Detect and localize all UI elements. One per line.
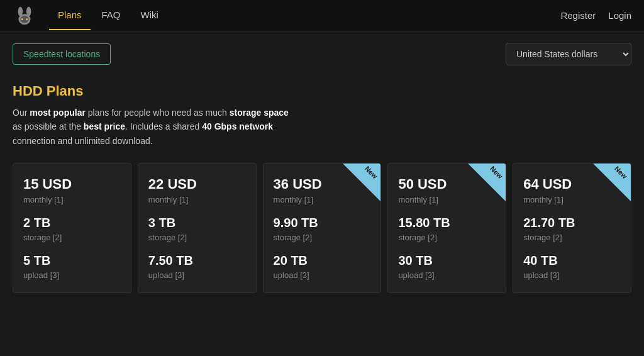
- plan-upload-value: 30 TB: [398, 253, 496, 268]
- plan-upload-label: upload [3]: [398, 270, 496, 280]
- register-link[interactable]: Register: [560, 10, 596, 21]
- plan-storage-value: 2 TB: [23, 216, 121, 230]
- plan-card[interactable]: New 50 USD monthly [1] 15.80 TB storage …: [387, 163, 506, 293]
- toolbar: Speedtest locations United States dollar…: [0, 31, 644, 77]
- plan-storage-label: storage [2]: [23, 233, 121, 242]
- plan-upload-value: 7.50 TB: [148, 253, 246, 268]
- plan-card[interactable]: New 36 USD monthly [1] 9.90 TB storage […: [263, 163, 382, 293]
- svg-point-2: [26, 6, 31, 16]
- plan-upload-label: upload [3]: [523, 270, 621, 280]
- speedtest-button[interactable]: Speedtest locations: [13, 43, 111, 65]
- currency-select[interactable]: United States dollarsEurosBritish pounds: [506, 43, 631, 65]
- login-link[interactable]: Login: [608, 10, 631, 21]
- main-content: HDD Plans Our most popular plans for peo…: [0, 77, 644, 306]
- plan-storage-value: 9.90 TB: [274, 216, 371, 230]
- plan-storage-label: storage [2]: [148, 233, 246, 242]
- plan-price: 15 USD: [23, 176, 121, 192]
- plan-period: monthly [1]: [148, 195, 246, 204]
- new-ribbon: [343, 164, 380, 201]
- svg-point-1: [18, 6, 23, 16]
- plan-storage-value: 3 TB: [148, 216, 246, 230]
- nav-links: Plans FAQ Wiki: [49, 1, 560, 30]
- plan-upload-label: upload [3]: [148, 270, 246, 280]
- plan-upload-value: 40 TB: [523, 253, 621, 268]
- plan-storage-label: storage [2]: [398, 233, 496, 242]
- plan-upload-value: 5 TB: [23, 253, 121, 268]
- plan-upload-value: 20 TB: [274, 253, 371, 268]
- nav-wiki[interactable]: Wiki: [132, 1, 167, 30]
- new-ribbon: [593, 164, 631, 201]
- plan-storage-label: storage [2]: [523, 233, 621, 242]
- plan-card[interactable]: 15 USD monthly [1] 2 TB storage [2] 5 TB…: [13, 163, 131, 293]
- plan-upload-label: upload [3]: [274, 270, 371, 280]
- nav-faq[interactable]: FAQ: [93, 1, 130, 30]
- plan-card[interactable]: New 64 USD monthly [1] 21.70 TB storage …: [513, 163, 631, 293]
- plan-price: 22 USD: [148, 176, 246, 192]
- plan-storage-value: 21.70 TB: [523, 216, 621, 230]
- nav-auth: Register Login: [560, 10, 631, 21]
- plan-card[interactable]: 22 USD monthly [1] 3 TB storage [2] 7.50…: [138, 163, 257, 293]
- logo-icon: [13, 4, 36, 28]
- logo[interactable]: [13, 4, 36, 28]
- plan-storage-label: storage [2]: [274, 233, 371, 242]
- navbar: Plans FAQ Wiki Register Login: [0, 0, 644, 31]
- nav-plans[interactable]: Plans: [49, 1, 91, 30]
- section-title: HDD Plans: [13, 83, 631, 99]
- new-ribbon: [468, 164, 506, 201]
- svg-point-5: [26, 18, 28, 20]
- plan-upload-label: upload [3]: [23, 270, 121, 280]
- plan-period: monthly [1]: [23, 195, 121, 204]
- plan-storage-value: 15.80 TB: [398, 216, 496, 230]
- section-description: Our most popular plans for people who ne…: [13, 106, 289, 148]
- plans-grid: 15 USD monthly [1] 2 TB storage [2] 5 TB…: [13, 163, 631, 293]
- svg-point-4: [21, 18, 23, 20]
